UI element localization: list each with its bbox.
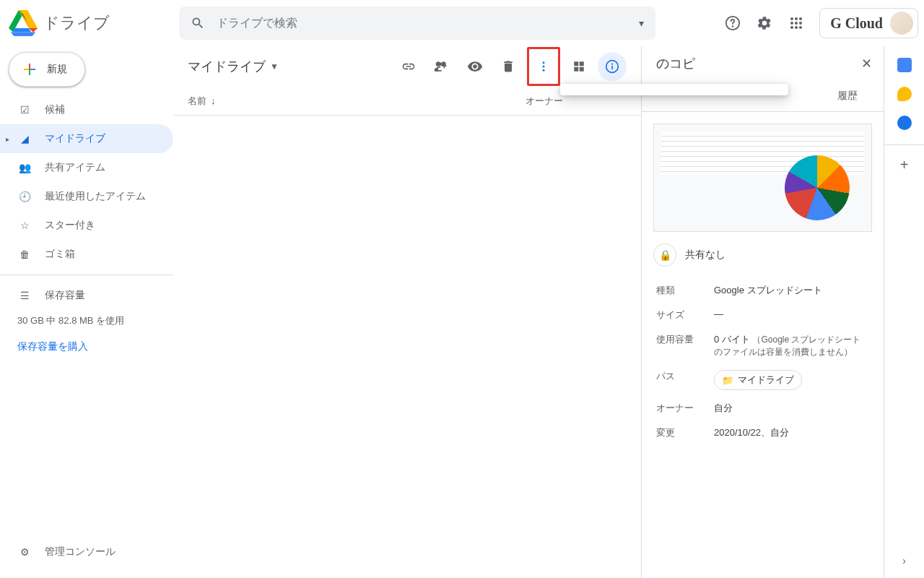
gear-icon: ⚙ — [17, 546, 32, 558]
sidebar: 新規 ☑候補◢マイドライブ👥共有アイテム🕘最近使用したアイテム☆スター付き🗑ゴミ… — [0, 46, 173, 578]
svg-point-1 — [733, 26, 733, 27]
help-icon[interactable] — [718, 9, 747, 38]
add-app-icon[interactable]: + — [884, 144, 924, 173]
svg-point-13 — [543, 66, 545, 68]
search-options-icon[interactable]: ▾ — [639, 17, 644, 29]
apps-icon[interactable] — [782, 9, 811, 38]
storage-icon: ☰ — [17, 290, 32, 301]
details-title: のコピ — [656, 55, 853, 72]
svg-point-10 — [799, 26, 802, 29]
search-input[interactable] — [211, 17, 639, 30]
settings-icon[interactable] — [750, 9, 779, 38]
file-listing: マイドライブ▼ 名前 ↓ オーナー — [173, 46, 641, 578]
sidebar-item-3[interactable]: 🕘最近使用したアイテム — [0, 182, 173, 211]
chevron-down-icon: ▼ — [270, 61, 279, 72]
sort-arrow-icon: ↓ — [211, 95, 216, 106]
svg-point-14 — [543, 69, 545, 72]
buy-storage-link[interactable]: 保存容量を購入 — [0, 332, 173, 362]
more-actions-highlight — [527, 47, 560, 86]
calendar-app-icon[interactable] — [897, 58, 912, 72]
side-panel: + › — [884, 46, 924, 578]
svg-point-5 — [790, 22, 793, 25]
plus-icon — [21, 61, 38, 78]
trash-icon[interactable] — [494, 52, 523, 81]
context-menu — [560, 84, 788, 95]
admin-console-link[interactable]: ⚙管理コンソール — [0, 538, 173, 566]
collapse-panel-icon[interactable]: › — [902, 555, 906, 566]
lock-icon: 🔒 — [653, 243, 676, 267]
share-status: 🔒 共有なし — [653, 243, 872, 267]
svg-point-4 — [799, 17, 802, 20]
sidebar-item-1[interactable]: ◢マイドライブ — [0, 124, 173, 153]
avatar — [890, 12, 913, 35]
column-name[interactable]: 名前 ↓ — [188, 95, 526, 108]
keep-app-icon[interactable] — [897, 87, 912, 101]
search-bar[interactable]: ▾ — [179, 7, 655, 40]
svg-point-2 — [790, 17, 793, 20]
account-name: G Cloud — [830, 15, 883, 32]
share-icon[interactable] — [427, 52, 456, 81]
nav-icon: 🗑 — [17, 249, 32, 260]
info-icon[interactable] — [598, 52, 627, 81]
tasks-app-icon[interactable] — [897, 116, 912, 130]
nav-icon: ◢ — [17, 133, 32, 144]
nav-icon: ☆ — [17, 220, 32, 231]
svg-point-11 — [438, 62, 442, 66]
location-chip[interactable]: 📁 マイドライブ — [714, 370, 802, 390]
account-switcher[interactable]: G Cloud — [819, 8, 918, 38]
nav-icon: 🕘 — [17, 191, 32, 202]
get-link-icon[interactable] — [394, 52, 423, 81]
app-logo[interactable]: ドライブ — [9, 9, 179, 38]
sidebar-item-0[interactable]: ☑候補 — [0, 95, 173, 124]
svg-point-7 — [799, 22, 802, 25]
close-icon[interactable]: ✕ — [861, 56, 872, 72]
details-panel: のコピ ✕ 履歴 🔒 共有なし 種類Google スプレッドシート サイズ— 使… — [641, 46, 884, 578]
drive-logo-icon — [9, 9, 38, 38]
storage-used: 30 GB 中 82.8 MB を使用 — [0, 310, 173, 332]
nav-icon: 👥 — [17, 162, 32, 173]
sidebar-item-5[interactable]: 🗑ゴミ箱 — [0, 240, 173, 269]
nav-icon: ☑ — [17, 104, 32, 116]
more-actions-icon[interactable] — [529, 52, 558, 81]
svg-point-9 — [795, 26, 798, 29]
file-preview — [653, 124, 872, 232]
svg-point-12 — [543, 61, 545, 64]
sidebar-item-4[interactable]: ☆スター付き — [0, 211, 173, 240]
preview-icon[interactable] — [461, 52, 489, 81]
breadcrumb[interactable]: マイドライブ▼ — [188, 58, 279, 75]
column-owner[interactable]: オーナー — [526, 95, 627, 108]
sidebar-storage[interactable]: ☰保存容量 — [0, 281, 173, 310]
header: ドライブ ▾ G Cloud — [0, 0, 924, 46]
svg-point-6 — [795, 22, 798, 25]
toolbar — [394, 47, 627, 86]
svg-rect-17 — [611, 66, 613, 69]
sidebar-item-2[interactable]: 👥共有アイテム — [0, 153, 173, 182]
svg-point-8 — [790, 26, 793, 29]
grid-view-icon[interactable] — [565, 52, 593, 81]
svg-point-16 — [611, 64, 613, 65]
file-metadata: 種類Google スプレッドシート サイズ— 使用容量0 バイト （Google… — [642, 278, 884, 445]
search-icon[interactable] — [185, 10, 211, 36]
svg-point-3 — [795, 17, 798, 20]
tab-history[interactable]: 履歴 — [823, 81, 872, 111]
new-button[interactable]: 新規 — [9, 52, 85, 87]
app-name: ドライブ — [43, 12, 110, 34]
